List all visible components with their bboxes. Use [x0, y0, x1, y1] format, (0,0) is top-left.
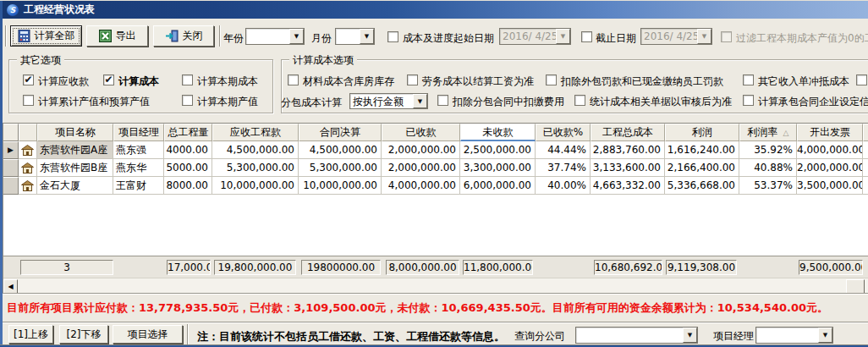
cell-total-quantity[interactable]: 5000.00 — [164, 159, 212, 177]
cell-settlement[interactable]: 10,000,000.00 — [299, 177, 382, 195]
calc-period-output-checkbox[interactable] — [182, 95, 193, 106]
column-header-received[interactable]: 已收款 — [382, 124, 460, 141]
branch-combobox[interactable]: ▼ — [575, 327, 698, 344]
cell-project-name[interactable]: 东营软件园B座 — [37, 159, 113, 177]
cell-invoice[interactable]: 4,000,000.00 — [797, 141, 863, 159]
cell-clipped[interactable] — [863, 159, 868, 177]
cell-project-name[interactable]: 东营软件园A座 — [37, 141, 113, 159]
cell-profit[interactable]: 5,336,668.00 — [665, 177, 739, 195]
chevron-down-icon[interactable]: ▼ — [413, 94, 427, 108]
month-combobox[interactable]: ▼ — [335, 28, 375, 45]
cell-settlement[interactable]: 4,500,000.00 — [299, 141, 382, 159]
cell-received-pct[interactable]: 44.44% — [536, 141, 591, 159]
column-header-invoice[interactable]: 开出发票 — [797, 124, 863, 141]
material-cost-checkbox[interactable] — [288, 74, 299, 85]
column-header-unreceived[interactable]: 未收款 — [460, 124, 536, 141]
clipped-checkbox[interactable] — [856, 74, 867, 85]
contract-enterprise-label: 计算承包合同企业设定信息 — [758, 95, 868, 109]
cell-project-manager[interactable]: 燕东华 — [113, 159, 164, 177]
cell-unreceived[interactable]: 3,300,000.00 — [460, 159, 536, 177]
calc-all-button[interactable]: 计算全部 — [10, 25, 82, 47]
cell-project-name[interactable]: 金石大厦 — [37, 177, 113, 195]
column-header-received-pct[interactable]: 已收款% — [536, 124, 591, 141]
deduct-fines-checkbox[interactable] — [546, 74, 557, 85]
cell-receivable[interactable]: 10,000,000.00 — [212, 177, 299, 195]
column-header-clipped[interactable]: 应 — [863, 124, 868, 141]
cell-clipped[interactable] — [863, 141, 868, 159]
column-header-project-manager[interactable]: 项目经理 — [113, 124, 164, 141]
table-row[interactable]: 金石大厦 王富财 8000.00 10,000,000.00 10,000,00… — [3, 177, 868, 195]
cell-total-quantity[interactable]: 4000.00 — [164, 141, 212, 159]
column-header-profit-rate[interactable]: 利润率△ — [739, 124, 797, 141]
subcontract-cost-combobox[interactable]: 按执行金额 ▼ — [349, 93, 428, 109]
chevron-down-icon[interactable]: ▼ — [683, 328, 697, 343]
cell-receivable[interactable]: 5,300,000.00 — [212, 159, 299, 177]
calc-period-cost-checkbox[interactable] — [182, 74, 193, 85]
start-date-checkbox[interactable] — [387, 31, 398, 42]
move-down-button[interactable]: [2]下移 — [59, 325, 108, 344]
column-header-total-quantity[interactable]: 总工程量 — [164, 124, 212, 141]
cell-total-cost[interactable]: 3,133,600.00 — [591, 159, 665, 177]
chevron-down-icon[interactable]: ▼ — [360, 29, 374, 44]
audited-docs-checkbox[interactable] — [574, 95, 585, 106]
start-date-picker[interactable]: 2016/ 4/25 ▼ — [499, 28, 571, 45]
cell-settlement[interactable]: 5,300,000.00 — [299, 159, 382, 177]
cell-profit[interactable]: 1,616,240.00 — [665, 141, 739, 159]
table-row[interactable]: 东营软件园B座 燕东华 5000.00 5,300,000.00 5,300,0… — [3, 159, 868, 177]
select-all-corner[interactable] — [3, 124, 19, 141]
cell-received[interactable]: 4,000,000.00 — [382, 177, 460, 195]
chevron-down-icon[interactable]: ▼ — [289, 29, 304, 44]
cell-profit-rate[interactable]: 35.92% — [739, 141, 797, 159]
calc-cumulative-output-checkbox[interactable] — [23, 95, 34, 106]
cell-invoice[interactable]: 2,000,000.00 — [797, 159, 863, 177]
row-selector[interactable] — [3, 177, 19, 195]
cell-received[interactable]: 2,000,000.00 — [382, 159, 460, 177]
other-income-offset-checkbox[interactable] — [743, 74, 754, 85]
cell-received[interactable]: 2,000,000.00 — [382, 141, 460, 159]
cell-receivable[interactable]: 4,500,000.00 — [212, 141, 299, 159]
calc-cost-checkbox[interactable]: ✔ — [103, 74, 114, 85]
cell-received-pct[interactable]: 37.74% — [536, 159, 591, 177]
toolbar-grip[interactable] — [5, 25, 7, 47]
sort-icon[interactable]: △ — [783, 129, 789, 137]
deduct-subcontract-fee-checkbox[interactable] — [437, 95, 448, 106]
labor-cost-checkbox[interactable] — [407, 74, 418, 85]
column-header-settlement[interactable]: 合同决算 — [299, 124, 382, 141]
cell-project-manager[interactable]: 燕东强 — [113, 141, 164, 159]
chevron-down-icon[interactable]: ▼ — [818, 328, 832, 343]
cell-invoice[interactable]: 3,500,000.00 — [797, 177, 863, 195]
cell-unreceived[interactable]: 6,000,000.00 — [460, 177, 536, 195]
column-header-profit[interactable]: 利润 — [665, 124, 739, 141]
project-select-button[interactable]: 项目选择 — [113, 325, 183, 344]
move-up-button[interactable]: [1]上移 — [8, 325, 53, 344]
row-selector[interactable] — [3, 159, 19, 177]
calc-receivable-checkbox[interactable]: ✔ — [23, 74, 34, 85]
table-row[interactable]: ▶ 东营软件园A座 燕东强 4000.00 4,500,000.00 4,500… — [3, 141, 868, 159]
end-date-picker[interactable]: 2016/ 4/25 ▼ — [640, 28, 712, 45]
column-header-total-cost[interactable]: 工程总成本 — [591, 124, 665, 141]
cell-unreceived[interactable]: 2,500,000.00 — [460, 141, 536, 159]
column-header-icon[interactable] — [19, 124, 37, 141]
end-date-checkbox[interactable] — [581, 31, 592, 42]
row-selector[interactable]: ▶ — [3, 141, 19, 159]
cell-project-manager[interactable]: 王富财 — [113, 177, 164, 195]
horizontal-scrollbar[interactable]: ◀ — [3, 278, 868, 293]
cell-total-cost[interactable]: 2,883,760.00 — [591, 141, 665, 159]
title-bar[interactable]: S 工程经营状况表 — [0, 1, 868, 19]
cell-profit-rate[interactable]: 53.37% — [739, 177, 797, 195]
scroll-thumb[interactable] — [846, 279, 865, 293]
column-header-project-name[interactable]: 项目名称 — [37, 124, 113, 141]
cell-total-cost[interactable]: 4,663,332.00 — [591, 177, 665, 195]
cell-profit-rate[interactable]: 40.88% — [739, 159, 797, 177]
column-header-receivable[interactable]: 应收工程款 — [212, 124, 299, 141]
cell-received-pct[interactable]: 40.00% — [536, 177, 591, 195]
cell-clipped[interactable] — [863, 177, 868, 195]
close-button[interactable]: 关闭 — [153, 25, 214, 47]
cell-total-quantity[interactable]: 8000.00 — [164, 177, 212, 195]
export-button[interactable]: 导出 — [86, 25, 148, 47]
scroll-left-button[interactable]: ◀ — [3, 279, 18, 293]
manager-combobox[interactable]: ▼ — [755, 327, 833, 344]
contract-enterprise-checkbox[interactable] — [743, 95, 754, 106]
cell-profit[interactable]: 2,166,400.00 — [665, 159, 739, 177]
year-combobox[interactable]: ▼ — [245, 28, 305, 45]
